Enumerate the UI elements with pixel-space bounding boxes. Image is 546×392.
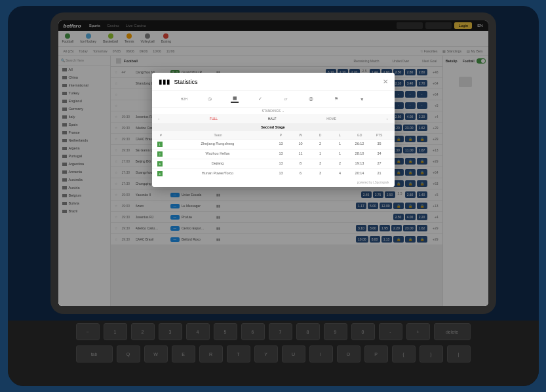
key[interactable]: Q	[117, 345, 140, 363]
key[interactable]: I	[309, 345, 333, 363]
delete-key[interactable]: delete	[434, 323, 471, 340]
tab-card[interactable]: ▱	[282, 95, 290, 103]
key[interactable]: 1	[104, 323, 127, 340]
key[interactable]: +	[406, 323, 430, 340]
device-frame: betfaro Sports Casino Live Casino Login …	[8, 6, 539, 386]
tab-check[interactable]: ✓	[256, 95, 264, 103]
tab-standings[interactable]: ▦	[231, 95, 239, 103]
key[interactable]: 0	[351, 323, 375, 340]
key[interactable]: {	[392, 345, 416, 363]
half-label: HALF	[268, 117, 277, 121]
key[interactable]: E	[172, 345, 195, 363]
key[interactable]: T	[227, 345, 250, 363]
modal-tabs: H2H ◷ ▦ ✓ ▱ ⦿ ⚑ ▼	[152, 91, 395, 108]
modal-overlay[interactable]: ▮▮▮ Statistics ✕ H2H ◷ ▦ ✓ ▱ ⦿ ⚑ ▼ STAND…	[58, 20, 488, 306]
table-row: 3Dejiang1383219:1327	[152, 159, 395, 168]
table-header: #Team PW DL GDPTS	[152, 131, 395, 139]
key[interactable]: O	[337, 345, 361, 363]
modal-title: Statistics	[174, 79, 198, 85]
home-arrow[interactable]: ›	[387, 117, 388, 121]
key[interactable]: 6	[241, 323, 265, 340]
tab-flag[interactable]: ⚑	[332, 95, 340, 103]
key[interactable]: 8	[296, 323, 320, 340]
tablet-bezel: betfaro Sports Casino Live Casino Login …	[50, 12, 496, 314]
key[interactable]: }	[419, 345, 443, 363]
home-label[interactable]: HOME	[326, 117, 336, 121]
half-arrow[interactable]: ‹	[159, 117, 160, 121]
key[interactable]: P	[364, 345, 388, 363]
key[interactable]: Y	[254, 345, 278, 363]
key[interactable]: 7	[269, 323, 292, 340]
table-row: 4Hunan Power/Torco1363420:1421	[152, 168, 395, 178]
table-row: 2Wuzhou Hellas13111128:1034	[152, 149, 395, 159]
key[interactable]: U	[282, 345, 305, 363]
tab-h2h[interactable]: H2H	[180, 95, 188, 103]
screen: betfaro Sports Casino Live Casino Login …	[58, 20, 488, 306]
tab-ball[interactable]: ⦿	[307, 95, 315, 103]
statistics-modal: ▮▮▮ Statistics ✕ H2H ◷ ▦ ✓ ▱ ⦿ ⚑ ▼ STAND…	[152, 73, 395, 187]
keyboard: ~1234567890-+delete tabQWERTYUIOP{}|	[8, 321, 539, 386]
key[interactable]: 9	[324, 323, 347, 340]
key[interactable]: |	[447, 345, 471, 363]
key[interactable]: 4	[186, 323, 210, 340]
key[interactable]: 3	[159, 323, 182, 340]
key[interactable]: R	[199, 345, 223, 363]
modal-footer: powered by LSportspark	[152, 178, 395, 187]
full-label[interactable]: FULL	[210, 117, 218, 121]
key[interactable]: W	[144, 345, 168, 363]
stats-icon: ▮▮▮	[159, 78, 170, 85]
stage-label: Second Stage	[152, 123, 395, 131]
key[interactable]: 5	[214, 323, 237, 340]
tab-clock[interactable]: ◷	[206, 95, 214, 103]
tab-key[interactable]: tab	[76, 345, 113, 363]
key[interactable]: -	[379, 323, 402, 340]
tab-filter[interactable]: ▼	[358, 95, 366, 103]
key[interactable]: 2	[131, 323, 155, 340]
table-row: 1Zhejiang Rongsheng13102126:1235	[152, 139, 395, 149]
close-icon[interactable]: ✕	[383, 78, 388, 85]
key[interactable]: ~	[76, 323, 100, 340]
